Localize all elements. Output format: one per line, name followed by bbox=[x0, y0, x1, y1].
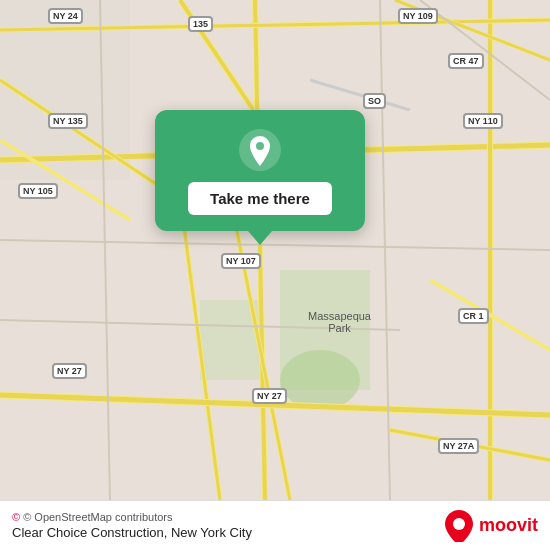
svg-point-36 bbox=[453, 518, 465, 530]
road-badge-135: 135 bbox=[188, 16, 213, 32]
take-me-there-button[interactable]: Take me there bbox=[188, 182, 332, 215]
road-badge-ny27a: NY 27A bbox=[438, 438, 479, 454]
moovit-text: moovit bbox=[479, 515, 538, 536]
road-badge-ny110: NY 110 bbox=[463, 113, 503, 129]
popup-card: Take me there bbox=[155, 110, 365, 231]
moovit-pin-icon bbox=[445, 510, 473, 542]
road-badge-ny135: NY 135 bbox=[48, 113, 88, 129]
bottom-bar: © © OpenStreetMap contributors Clear Cho… bbox=[0, 500, 550, 550]
road-badge-ny27-left: NY 27 bbox=[52, 363, 87, 379]
road-badge-ny107: NY 107 bbox=[221, 253, 261, 269]
map-container: NY 24 NY 109 135 CR 47 NY 135 SO NY 110 … bbox=[0, 0, 550, 500]
location-pin-icon bbox=[238, 128, 282, 172]
road-badge-cr47: CR 47 bbox=[448, 53, 484, 69]
svg-point-3 bbox=[280, 350, 360, 410]
road-badge-ny109: NY 109 bbox=[398, 8, 438, 24]
road-badge-ny24: NY 24 bbox=[48, 8, 83, 24]
moovit-logo: moovit bbox=[445, 510, 538, 542]
place-label-massapequa: MassapequaPark bbox=[308, 310, 371, 334]
road-badge-ny105: NY 105 bbox=[18, 183, 58, 199]
osm-credit: © © OpenStreetMap contributors bbox=[12, 511, 439, 523]
location-text: Clear Choice Construction, New York City bbox=[12, 525, 439, 540]
road-badge-ny27: NY 27 bbox=[252, 388, 287, 404]
road-badge-cr1: CR 1 bbox=[458, 308, 489, 324]
road-badge-so: SO bbox=[363, 93, 386, 109]
